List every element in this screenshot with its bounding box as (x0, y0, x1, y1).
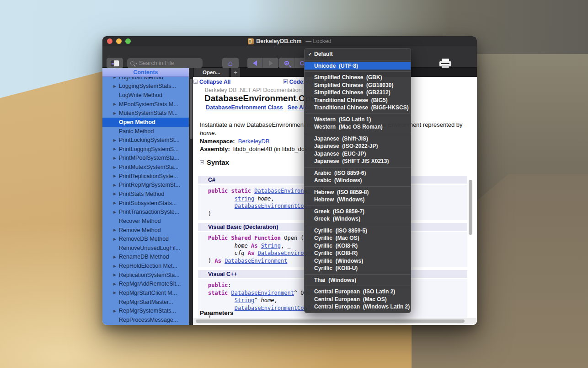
home-button[interactable]: ⌂ (222, 58, 239, 69)
search-field[interactable]: ▾ (127, 58, 203, 68)
titlebar[interactable]: BerkeleyDB.chm — Locked (102, 36, 477, 46)
code-type-link[interactable]: DatabaseEnvironment (225, 258, 287, 264)
sidebar-item-printmpoolsystemsta-[interactable]: ▶PrintMPoolSystemSta... (102, 154, 189, 163)
menu-item-japanese-shift-jis-x0213-[interactable]: Japanese (SHIFT JIS X0213) (305, 157, 411, 165)
code-type-link[interactable]: String (235, 297, 254, 303)
menu-item-cyrillic-mac-os-[interactable]: Cyrillic (Mac OS) (305, 234, 411, 242)
minimize-window-button[interactable] (116, 38, 122, 44)
disclosure-triangle-icon[interactable]: ▶ (113, 147, 119, 151)
disclosure-triangle-icon[interactable]: ▶ (113, 264, 119, 268)
sidebar-item-repmgrsystemstats-[interactable]: ▶RepMgrSystemStats... (102, 306, 189, 315)
disclosure-triangle-icon[interactable]: ▶ (113, 237, 119, 241)
sidebar-item-logflush-method[interactable]: ▶LogFlush Method (102, 77, 189, 82)
disclosure-triangle-icon[interactable]: ▶ (113, 255, 119, 259)
menu-item-simplified-chinese-gbk-[interactable]: Simplified Chinese (GBK) (305, 74, 411, 81)
sidebar-item-printloggingsystems-[interactable]: ▶PrintLoggingSystemS... (102, 145, 189, 154)
sidebar-item-mutexsystemstats-m-[interactable]: ▶MutexSystemStats M... (102, 109, 189, 118)
disclosure-triangle-icon[interactable]: ▶ (113, 84, 119, 88)
sidebar-item-printrepmgrsystemst-[interactable]: ▶PrintRepMgrSystemSt... (102, 181, 189, 190)
sidebar-item-repmgraddremotesit-[interactable]: ▶RepMgrAddRemoteSit... (102, 279, 189, 288)
menu-item-thai-windows-[interactable]: Thai (Windows) (305, 276, 411, 284)
menu-item-arabic-windows-[interactable]: Arabic (Windows) (305, 177, 411, 184)
collapse-all-icon[interactable] (193, 80, 198, 84)
zoom-window-button[interactable] (125, 38, 131, 44)
sidebar-item-loggingsystemstats-[interactable]: ▶LoggingSystemStats... (102, 82, 189, 91)
disclosure-triangle-icon[interactable]: ▶ (113, 282, 119, 286)
menu-item-western-iso-latin-1-[interactable]: Western (ISO Latin 1) (305, 116, 411, 124)
menu-item-hebrew-windows-[interactable]: Hebrew (Windows) (305, 196, 411, 204)
menu-item-arabic-iso-8859-6-[interactable]: Arabic (ISO 8859-6) (305, 169, 411, 177)
menu-item-central-european-mac-os-[interactable]: Central European (Mac OS) (305, 296, 411, 303)
horizontal-scrollbar-thumb[interactable] (196, 319, 465, 323)
disclosure-triangle-icon[interactable]: ▶ (113, 77, 119, 79)
menu-item-hebrew-iso-8859-8-[interactable]: Hebrew (ISO 8859-8) (305, 189, 411, 196)
sidebar-item-renamedb-method[interactable]: ▶RenameDB Method (102, 253, 189, 262)
disclosure-triangle-icon[interactable]: ▶ (113, 174, 119, 178)
disclosure-triangle-icon[interactable]: ▶ (113, 228, 119, 232)
sidebar-header[interactable]: Contents (102, 68, 189, 77)
doc-link-databaseenvironment-class[interactable]: DatabaseEnvironment Class (206, 104, 283, 111)
disclosure-triangle-icon[interactable]: ▶ (113, 192, 119, 196)
menu-item-cyrillic-koi8-r-[interactable]: Cyrillic (KOI8-R) (305, 242, 411, 250)
sidebar-item-replicationsystemsta-[interactable]: ▶ReplicationSystemSta... (102, 271, 189, 280)
menu-item-default[interactable]: ✓Default (305, 50, 411, 58)
code-type-link[interactable]: String (261, 243, 281, 249)
sidebar-item-repmgrstartclient-m-[interactable]: ▶RepMgrStartClient M... (102, 288, 189, 298)
disclosure-triangle-icon[interactable]: ▶ (113, 111, 119, 115)
menu-item-unicode-utf-8-[interactable]: Unicode (UTF-8) (305, 62, 411, 70)
menu-item-japanese-shift-jis-[interactable]: Japanese (Shift-JIS) (305, 135, 411, 143)
code-type-link[interactable]: string (235, 195, 254, 202)
sidebar-item-repholdelection-met-[interactable]: ▶RepHoldElection Met... (102, 261, 189, 271)
menu-item-greek-iso-8859-7-[interactable]: Greek (ISO 8859-7) (305, 208, 411, 216)
menu-item-simplified-chinese-gb18030-[interactable]: Simplified Chinese (GB18030) (305, 81, 411, 89)
new-tab-button[interactable]: + (231, 68, 240, 77)
sidebar-item-panic-method[interactable]: Panic Method (102, 127, 189, 136)
disclosure-triangle-icon[interactable]: ▶ (113, 201, 119, 205)
print-button[interactable] (438, 58, 453, 69)
sidebar-item-printsubsystemstats-[interactable]: ▶PrintSubsystemStats... (102, 199, 189, 208)
vertical-scrollbar-thumb[interactable] (469, 180, 472, 235)
code-type-link[interactable]: DatabaseEnvironment (231, 290, 294, 296)
sidebar-item-remove-method[interactable]: ▶Remove Method (102, 226, 189, 235)
disclosure-triangle-icon[interactable]: ▶ (113, 138, 119, 142)
sidebar-item-recover-method[interactable]: Recover Method (102, 216, 189, 226)
sidebar-item-removedb-method[interactable]: ▶RemoveDB Method (102, 234, 189, 244)
sidebar-item-printmutexsystemsta-[interactable]: ▶PrintMutexSystemSta... (102, 162, 189, 172)
menu-item-japanese-euc-jp-[interactable]: Japanese (EUC-JP) (305, 150, 411, 158)
sidebar-item-printtransactionsyste-[interactable]: ▶PrintTransactionSyste... (102, 207, 189, 216)
menu-item-greek-windows-[interactable]: Greek (Windows) (305, 215, 411, 223)
menu-item-cyrillic-iso-8859-5-[interactable]: Cyrillic (ISO 8859-5) (305, 227, 411, 235)
sidebar-item-mpoolsystemstats-m-[interactable]: ▶MPoolSystemStats M... (102, 100, 189, 109)
sidebar-item-repmgrstartmaster-[interactable]: RepMgrStartMaster... (102, 298, 189, 307)
disclosure-triangle-icon[interactable]: ▶ (113, 156, 119, 160)
sidebar-item-printreplicationsyste-[interactable]: ▶PrintReplicationSyste... (102, 172, 189, 181)
zoom-in-button[interactable]: + (279, 58, 294, 69)
menu-item-simplified-chinese-gb2312-[interactable]: Simplified Chinese (GB2312) (305, 89, 411, 97)
menu-item-tranditional-chinese-big5-hkscs-[interactable]: Tranditional Chinese (BIG5-HKSCS) (305, 104, 411, 112)
menu-item-central-european-iso-latin-2-[interactable]: Central European (ISO Latin 2) (305, 288, 411, 296)
sidebar-item-repprocessmessage-[interactable]: RepProcessMessage... (102, 315, 189, 325)
search-input[interactable] (139, 60, 199, 66)
sidebar-scrollbar[interactable] (189, 68, 193, 325)
menu-item-tranditional-chinese-big5-[interactable]: Tranditional Chinese (BIG5) (305, 97, 411, 104)
disclosure-triangle-icon[interactable]: ▶ (113, 102, 119, 106)
syntax-collapse-icon[interactable] (200, 160, 204, 164)
disclosure-triangle-icon[interactable]: ▶ (113, 291, 119, 295)
sidebar-scrollbar-thumb[interactable] (190, 79, 192, 139)
menu-item-japanese-iso-2022-jp-[interactable]: Japanese (ISO-2022-JP) (305, 142, 411, 150)
disclosure-triangle-icon[interactable]: ▶ (113, 273, 119, 277)
sidebar-item-open-method[interactable]: Open Method (102, 118, 189, 127)
history-forward-button[interactable] (263, 58, 278, 69)
close-window-button[interactable] (107, 38, 112, 44)
sidebar-toggle-button[interactable] (107, 58, 123, 69)
namespace-link[interactable]: BerkeleyDB (238, 138, 270, 145)
disclosure-triangle-icon[interactable]: ▶ (113, 183, 119, 187)
menu-item-cyrillic-windows-[interactable]: Cyrillic (Windows) (305, 257, 411, 265)
menu-item-cyrillic-koi8-r-[interactable]: Cyrillic (KOI8-R) (305, 249, 411, 257)
code-all-icon[interactable]: ▸ (283, 79, 288, 84)
history-back-button[interactable] (247, 58, 263, 69)
disclosure-triangle-icon[interactable]: ▶ (113, 309, 119, 313)
menu-item-western-mac-os-roman-[interactable]: Western (Mac OS Roman) (305, 123, 411, 131)
disclosure-triangle-icon[interactable]: ▶ (113, 210, 119, 214)
horizontal-scrollbar[interactable] (193, 318, 477, 324)
